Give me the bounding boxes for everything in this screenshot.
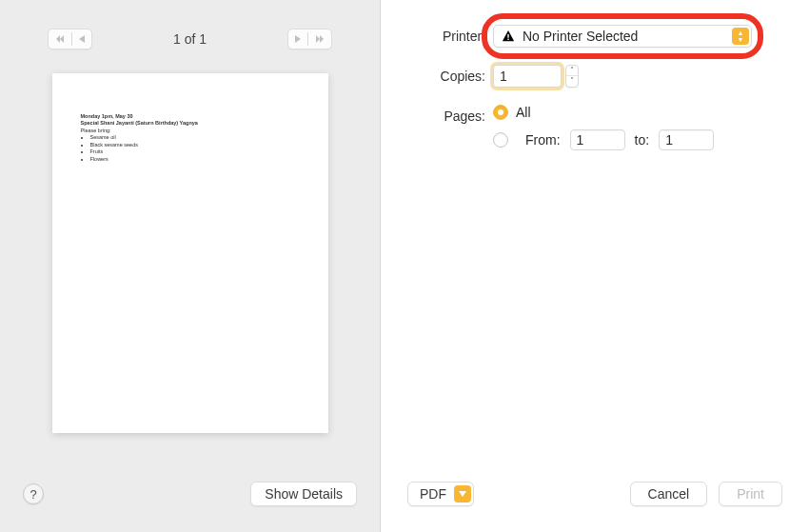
help-button[interactable]: ? [23,483,44,504]
warning-icon [502,30,515,43]
preview-panel: 1 of 1 Monday 1pm, May 30 Special Shani … [0,0,381,532]
svg-rect-1 [507,39,508,40]
left-footer: ? Show Details [0,471,380,532]
printer-label: Printer: [409,25,493,44]
pages-to-label: to: [635,132,650,148]
page-preview: Monday 1pm, May 30 Special Shani Jayanti… [52,73,328,433]
show-details-button[interactable]: Show Details [250,482,357,506]
chevron-down-icon [454,485,471,502]
pages-range-row[interactable]: From: to: [493,129,780,150]
pages-label: Pages: [409,105,493,124]
preview-list-item: Black sesame seeds [90,142,300,148]
pages-all-radio[interactable] [493,105,508,120]
preview-line-3: Please bring: [81,128,300,134]
next-page-group[interactable] [287,29,332,49]
preview-line-1: Monday 1pm, May 30 [81,113,300,120]
pages-from-input[interactable] [570,129,625,150]
copies-stepper[interactable]: ˄ ˅ [565,65,579,88]
pages-from-label: From: [525,132,561,148]
chevron-up-down-icon: ▲▼ [732,28,749,45]
preview-list-item: Sesame oil [90,134,300,141]
stepper-down-icon: ˅ [566,76,578,87]
prev-page-icon [72,30,91,49]
svg-rect-0 [507,34,508,38]
settings-panel: Printer: No Printer Selected ▲▼ Copies: [381,0,809,532]
pages-row: Pages: All From: to: [409,105,780,160]
pages-all-row[interactable]: All [493,105,780,120]
first-page-icon [49,30,71,49]
action-buttons: Cancel Print [630,482,782,506]
right-footer: PDF Cancel Print [381,471,809,532]
copies-row: Copies: ˄ ˅ [409,65,780,88]
page-counter: 1 of 1 [173,31,207,47]
printer-select[interactable]: No Printer Selected ▲▼ [493,25,752,48]
help-icon: ? [30,487,36,502]
preview-list: Sesame oil Black sesame seeds Fruits Flo… [90,134,300,163]
preview-nav: 1 of 1 [0,0,380,59]
printer-value: No Printer Selected [523,29,638,44]
cancel-button[interactable]: Cancel [630,482,708,506]
pages-to-input[interactable] [659,129,714,150]
copies-label: Copies: [409,65,493,84]
pdf-button[interactable]: PDF [407,482,474,506]
print-button[interactable]: Print [719,482,782,506]
preview-line-2: Special Shani Jayanti (Saturn Birthday) … [81,120,300,127]
preview-list-item: Fruits [90,148,300,155]
stepper-up-icon: ˄ [566,66,578,76]
last-page-icon [308,30,331,49]
printer-row: Printer: No Printer Selected ▲▼ [409,25,780,48]
preview-list-item: Flowers [90,156,300,163]
pages-all-label: All [516,105,531,120]
prev-page-group[interactable] [48,29,92,49]
copies-input[interactable] [493,65,562,88]
pages-range-radio[interactable] [493,132,508,148]
next-page-icon [288,30,307,49]
pdf-label: PDF [420,486,446,502]
